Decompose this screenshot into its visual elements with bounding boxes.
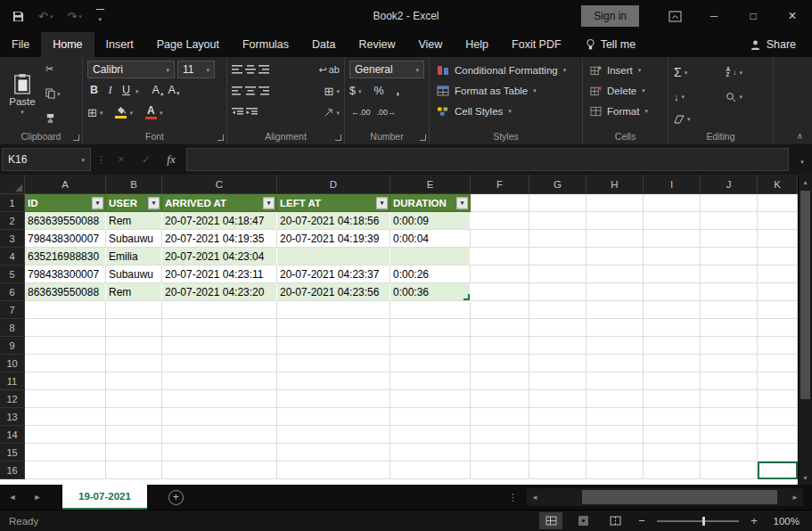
column-header-C[interactable]: C [162, 175, 277, 194]
cell-C2[interactable]: 20-07-2021 04:18:47 [162, 212, 277, 230]
cell-H13[interactable] [586, 408, 644, 426]
cell-B10[interactable] [106, 355, 162, 372]
align-middle-button[interactable] [245, 65, 256, 74]
cell-C11[interactable] [162, 372, 277, 390]
cell-A12[interactable] [25, 390, 106, 408]
copy-button[interactable]: ▾ [45, 87, 61, 101]
cell-E5[interactable]: 0:00:26 [390, 266, 471, 283]
horizontal-scrollbar[interactable]: ◄ ► [527, 488, 803, 506]
cell-H16[interactable] [586, 462, 644, 479]
cell-K9[interactable] [758, 337, 798, 355]
cell-G12[interactable] [529, 390, 586, 408]
cell-J12[interactable] [701, 390, 758, 408]
cell-J6[interactable] [701, 283, 758, 301]
cell-I11[interactable] [644, 372, 701, 390]
column-header-F[interactable]: F [471, 175, 529, 194]
cell-I12[interactable] [644, 390, 701, 408]
filter-button-id[interactable]: ▾ [92, 197, 103, 208]
increase-indent-button[interactable] [246, 108, 258, 117]
cell-K2[interactable] [758, 212, 798, 230]
cell-G4[interactable] [529, 248, 586, 266]
scroll-down-icon[interactable]: ▾ [799, 470, 812, 485]
cell-B9[interactable] [106, 337, 162, 355]
cell-E7[interactable] [390, 301, 471, 319]
cell-C8[interactable] [162, 319, 277, 337]
cell-B6[interactable]: Rem [106, 283, 162, 301]
horizontal-scroll-thumb[interactable] [582, 490, 777, 504]
cell-B13[interactable] [106, 408, 162, 426]
cell-C13[interactable] [162, 408, 277, 426]
cell-C10[interactable] [162, 355, 277, 372]
menu-tab-view[interactable]: View [406, 32, 454, 57]
align-left-button[interactable] [232, 86, 242, 95]
filter-button-arrived-at[interactable]: ▾ [263, 197, 275, 208]
row-header-9[interactable]: 9 [0, 337, 25, 355]
cell-F10[interactable] [471, 355, 529, 372]
menu-tab-page-layout[interactable]: Page Layout [145, 32, 231, 57]
cell-J7[interactable] [701, 301, 758, 319]
sign-in-button[interactable]: Sign in [581, 5, 639, 27]
cell-A15[interactable] [25, 444, 106, 462]
cell-I4[interactable] [644, 248, 701, 266]
cell-F2[interactable] [471, 212, 529, 230]
cell-I16[interactable] [644, 462, 701, 479]
accounting-format-button[interactable]: $ [349, 85, 356, 97]
cell-B8[interactable] [106, 319, 162, 337]
cell-H2[interactable] [586, 212, 644, 230]
row-header-14[interactable]: 14 [0, 426, 25, 444]
cell-I8[interactable] [644, 319, 701, 337]
cell-B16[interactable] [106, 462, 162, 479]
cell-K7[interactable] [758, 301, 798, 319]
expand-formula-bar-button[interactable]: ▾ [794, 151, 810, 167]
cell-F3[interactable] [471, 230, 529, 248]
row-header-11[interactable]: 11 [0, 372, 25, 390]
cell-I1[interactable] [644, 194, 701, 212]
cell-D14[interactable] [277, 426, 390, 444]
row-header-8[interactable]: 8 [0, 319, 25, 337]
cell-E13[interactable] [390, 408, 471, 426]
name-box[interactable]: K16▾ [2, 148, 91, 171]
cell-A10[interactable] [25, 355, 106, 372]
font-family-select[interactable]: Calibri▾ [87, 61, 175, 78]
cell-J10[interactable] [701, 355, 758, 372]
cell-E6[interactable]: 0:00:36 [390, 283, 471, 301]
cell-D9[interactable] [277, 337, 390, 355]
paste-button[interactable]: Paste ▾ [3, 60, 42, 128]
cell-E16[interactable] [390, 462, 471, 479]
cell-E2[interactable]: 0:00:09 [390, 212, 471, 230]
cell-C14[interactable] [162, 426, 277, 444]
row-header-4[interactable]: 4 [0, 248, 25, 266]
cell-B2[interactable]: Rem [106, 212, 162, 230]
save-button[interactable] [12, 11, 24, 22]
cell-E11[interactable] [390, 372, 471, 390]
cell-H12[interactable] [586, 390, 644, 408]
cell-J11[interactable] [701, 372, 758, 390]
cell-J4[interactable] [701, 248, 758, 266]
cell-E9[interactable] [390, 337, 471, 355]
cell-D15[interactable] [277, 444, 390, 462]
cell-F11[interactable] [471, 372, 529, 390]
format-as-table-button[interactable]: Format as Table▾ [432, 80, 579, 101]
new-sheet-button[interactable]: + [168, 490, 184, 505]
filter-button-left-at[interactable]: ▾ [376, 197, 388, 208]
row-header-10[interactable]: 10 [0, 355, 25, 372]
cell-J16[interactable] [701, 462, 758, 479]
sheet-scroll-left-button[interactable]: ◄ [0, 485, 25, 510]
cell-D1[interactable]: LEFT AT▾ [277, 194, 390, 212]
row-header-1[interactable]: 1 [0, 194, 25, 212]
insert-function-button[interactable]: fx [161, 152, 181, 167]
cell-K8[interactable] [758, 319, 798, 337]
font-size-select[interactable]: 11▾ [177, 61, 215, 78]
cell-G7[interactable] [529, 301, 586, 319]
cell-I2[interactable] [644, 212, 701, 230]
cell-E1[interactable]: DURATION▾ [390, 194, 471, 212]
formula-input[interactable] [186, 148, 789, 171]
column-header-H[interactable]: H [586, 175, 644, 194]
cell-C9[interactable] [162, 337, 277, 355]
cell-J9[interactable] [701, 337, 758, 355]
menu-tab-data[interactable]: Data [300, 32, 347, 57]
cell-C16[interactable] [162, 462, 277, 479]
menu-tab-review[interactable]: Review [347, 32, 406, 57]
normal-view-button[interactable] [539, 512, 562, 529]
vertical-scrollbar[interactable]: ▴ ▾ [798, 175, 812, 485]
